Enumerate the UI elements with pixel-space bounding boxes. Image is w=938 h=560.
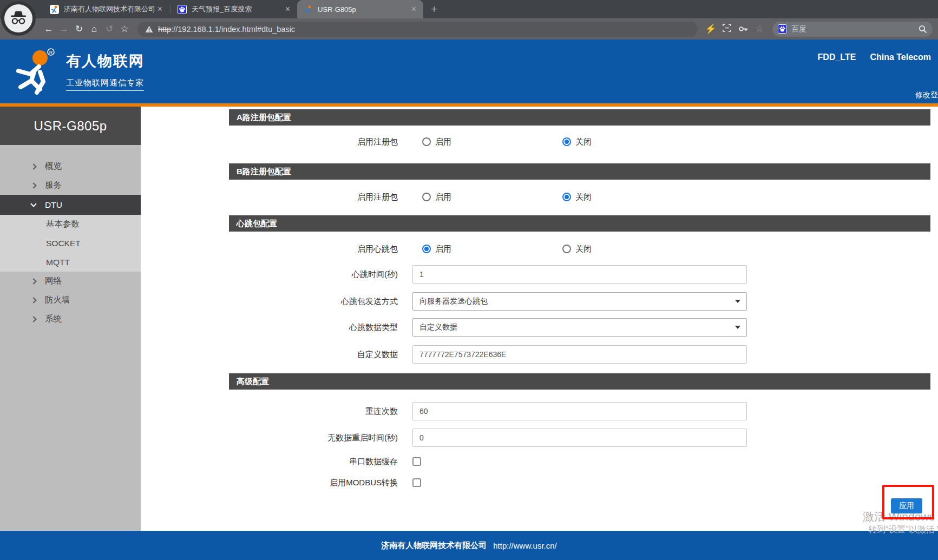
baidu-favicon-icon: [178, 5, 187, 14]
radio-heartbeat-on[interactable]: [422, 245, 431, 253]
usr-favicon-icon: [50, 5, 59, 14]
field-label: 启用注册包: [141, 192, 412, 202]
forward-icon[interactable]: →: [56, 24, 71, 35]
sidebar-item-socket[interactable]: SOCKET: [0, 234, 141, 253]
not-secure-warning-icon: [145, 25, 153, 33]
footer-company: 济南有人物联网技术有限公司: [381, 541, 487, 551]
bookmark-star-icon[interactable]: ☆: [117, 23, 132, 35]
field-label: 自定义数据: [141, 350, 412, 360]
new-tab-button[interactable]: +: [431, 2, 437, 16]
field-label: 心跳时间(秒): [141, 269, 412, 280]
page-footer: 济南有人物联网技术有限公司 http://www.usr.cn/: [0, 531, 938, 560]
sidebar-item-mqtt[interactable]: MQTT: [0, 253, 141, 272]
network-mode: FDD_LTE: [818, 52, 856, 62]
tab-title: 济南有人物联网技术有限公司 2.0: [64, 4, 156, 14]
red-annotation-box: [882, 485, 934, 519]
field-label: 启用MODBUS转换: [141, 478, 412, 488]
sidebar-item-overview[interactable]: 概览: [0, 157, 141, 176]
field-label: 心跳数据类型: [141, 322, 412, 333]
serial-cache-checkbox[interactable]: [412, 457, 421, 466]
tab-close-icon[interactable]: ×: [284, 5, 292, 14]
section-header-advanced: 高级配置: [229, 373, 930, 390]
carrier-name: China Telecom: [870, 52, 931, 62]
sidebar-item-basic-params[interactable]: 基本参数: [0, 215, 141, 234]
field-label: 心跳包发送方式: [141, 297, 412, 307]
chevron-right-icon: [30, 278, 36, 284]
chevron-right-icon: [30, 163, 36, 169]
browser-tab-2[interactable]: 天气预报_百度搜索 ×: [171, 0, 297, 18]
search-engine-label: 百度: [791, 24, 919, 34]
screenshot-extension-icon[interactable]: [719, 24, 734, 35]
browser-tab-bar: 济南有人物联网技术有限公司 2.0 × 天气预报_百度搜索 × USR-G805…: [0, 0, 938, 18]
radio-reg-b-on[interactable]: [422, 193, 431, 201]
tab-title: USR-G805p: [318, 5, 410, 14]
url-text: ://192.168.1.1/index.html#dtu_basic: [171, 25, 295, 34]
side-search-box[interactable]: 百度: [772, 22, 933, 37]
tab-close-icon[interactable]: ×: [410, 5, 418, 14]
radio-reg-b-off[interactable]: [562, 193, 571, 201]
chevron-right-icon: [30, 182, 36, 188]
radio-reg-a-off[interactable]: [562, 137, 571, 146]
sidebar-item-services[interactable]: 服务: [0, 176, 141, 195]
heartbeat-type-select[interactable]: 自定义数据: [412, 318, 747, 337]
field-label: 启用注册包: [141, 137, 412, 147]
no-data-restart-input[interactable]: [412, 429, 747, 447]
incognito-icon: [4, 4, 32, 32]
select-arrow-icon: [735, 326, 740, 329]
field-label: 重连次数: [141, 406, 412, 417]
search-magnifier-icon[interactable]: [919, 25, 927, 34]
radio-reg-a-on[interactable]: [422, 137, 431, 146]
chevron-right-icon: [30, 316, 36, 322]
chevron-down-icon: [30, 201, 36, 207]
reconnect-count-input[interactable]: [412, 402, 747, 420]
modbus-checkbox[interactable]: [412, 478, 421, 487]
browser-tab-1[interactable]: 济南有人物联网技术有限公司 2.0 ×: [43, 0, 169, 18]
field-label: 无数据重启时间(秒): [141, 433, 412, 443]
sidebar-item-dtu[interactable]: DTU: [0, 195, 141, 215]
select-arrow-icon: [735, 300, 740, 303]
url-scheme: http: [158, 25, 171, 34]
back-icon[interactable]: ←: [41, 24, 56, 35]
baidu-search-icon: [778, 24, 787, 34]
lightning-extension-icon[interactable]: ⚡: [703, 23, 718, 35]
radio-heartbeat-off[interactable]: [562, 245, 571, 253]
heartbeat-time-input[interactable]: [412, 265, 747, 284]
usr-favicon-icon: [304, 5, 313, 14]
section-header-reg-b: B路注册包配置: [229, 163, 930, 180]
history-icon[interactable]: ↺: [102, 23, 117, 35]
tab-close-icon[interactable]: ×: [156, 5, 164, 14]
incognito-badge: [1, 1, 36, 36]
tab-separator: [170, 5, 170, 14]
modify-login-link[interactable]: 修改登录: [915, 90, 938, 100]
sidebar-item-firewall[interactable]: 防火墙: [0, 291, 141, 309]
svg-text:R: R: [49, 50, 53, 55]
site-header: R 有人物联网 工业物联网通信专家 FDD_LTEChina Telecom 修…: [0, 39, 938, 103]
windows-activation-watermark-line2: 转到“设置”以激活 Windows。: [868, 524, 938, 536]
brand-title: 有人物联网: [66, 51, 145, 71]
heartbeat-mode-select[interactable]: 向服务器发送心跳包: [412, 292, 747, 311]
extension-star-icon[interactable]: ☆: [752, 23, 767, 35]
network-status: FDD_LTEChina Telecom: [818, 52, 931, 62]
sidebar-item-system[interactable]: 系统: [0, 309, 141, 328]
section-header-heartbeat: 心跳包配置: [229, 215, 930, 232]
section-header-reg-a: A路注册包配置: [229, 109, 930, 126]
dtu-submenu: 基本参数 SOCKET MQTT: [0, 215, 141, 272]
field-label: 串口数据缓存: [141, 457, 412, 467]
browser-tab-active[interactable]: USR-G805p ×: [297, 0, 423, 18]
field-label: 启用心跳包: [141, 244, 412, 254]
tab-title: 天气预报_百度搜索: [192, 4, 284, 14]
chevron-right-icon: [30, 297, 36, 303]
main-content: A路注册包配置 启用注册包 启用 关闭 B路注册包配置 启用注册包 启用 关闭 …: [141, 107, 938, 531]
password-key-icon[interactable]: [736, 24, 751, 35]
home-icon[interactable]: ⌂: [87, 24, 102, 35]
browser-toolbar: ← → ↻ ⌂ ↺ ☆ http://192.168.1.1/index.htm…: [0, 18, 938, 39]
sidebar: USR-G805p 概览 服务 DTU 基本参数 SOCKET MQTT 网络 …: [0, 107, 141, 531]
reload-icon[interactable]: ↻: [71, 23, 87, 35]
footer-url[interactable]: http://www.usr.cn/: [493, 541, 557, 550]
device-name: USR-G805p: [0, 107, 141, 145]
sidebar-item-network[interactable]: 网络: [0, 272, 141, 291]
address-bar[interactable]: http://192.168.1.1/index.html#dtu_basic: [137, 22, 698, 37]
custom-data-input[interactable]: [412, 345, 747, 364]
usr-logo-icon: R: [12, 48, 60, 97]
brand-slogan: 工业物联网通信专家: [66, 78, 144, 91]
